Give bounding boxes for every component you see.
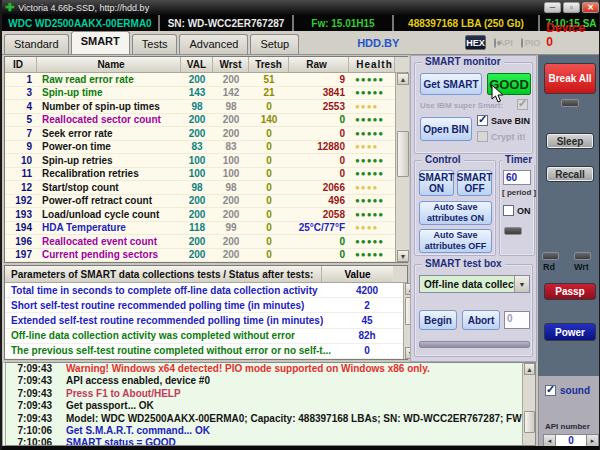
column-header-name[interactable]: Name bbox=[37, 57, 181, 72]
busy-led-indicator bbox=[561, 99, 579, 107]
sound-checkbox[interactable] bbox=[545, 385, 556, 396]
close-button[interactable]: ✕ bbox=[582, 2, 599, 13]
tab-standard[interactable]: Standard bbox=[4, 34, 69, 54]
table-row[interactable]: 196Reallocated event count20020000●●●●● bbox=[5, 235, 395, 249]
hex-button[interactable]: HEX bbox=[465, 35, 486, 50]
log-entry: 7:09:43Press F1 to About/HELP bbox=[6, 388, 522, 400]
cell-id: 5 bbox=[5, 114, 37, 125]
timer-on-toggle[interactable]: ON bbox=[503, 205, 531, 216]
column-header-raw[interactable]: Raw bbox=[289, 57, 349, 72]
table-row[interactable]: 197Current pending sectors20020000●●●●● bbox=[5, 249, 395, 263]
save-bin-checkbox[interactable] bbox=[477, 115, 488, 126]
scroll-thumb[interactable] bbox=[397, 131, 409, 177]
log-timestamp: 7:09:43 bbox=[6, 375, 52, 387]
cell-id: 7 bbox=[5, 128, 37, 139]
cell-name: HDA Temperature bbox=[37, 222, 181, 233]
api-number-label: API number bbox=[545, 422, 590, 431]
table-row[interactable]: 10Spin-up retries10010000●●●●● bbox=[5, 154, 395, 168]
info-segment: SN: WD-WCC2ER767287 bbox=[160, 15, 294, 31]
control-group: Control SMART ON SMART OFF Auto Save att… bbox=[414, 160, 496, 256]
param-value: 4200 bbox=[331, 285, 403, 296]
log-timestamp: 7:10:06 bbox=[6, 437, 52, 445]
scroll-down-icon[interactable]: ▼ bbox=[397, 250, 409, 262]
chevron-down-icon[interactable]: ▼ bbox=[514, 276, 529, 292]
begin-test-button[interactable]: Begin bbox=[419, 310, 457, 330]
cell-raw: 496 bbox=[289, 195, 349, 206]
param-value: 82h bbox=[331, 330, 403, 341]
table-row[interactable]: Off-line data collection activity was co… bbox=[5, 329, 403, 344]
tab-smart[interactable]: SMART bbox=[71, 31, 130, 54]
cell-wrst: 200 bbox=[213, 209, 249, 220]
sound-toggle[interactable]: sound bbox=[545, 385, 590, 396]
scroll-up-icon[interactable]: ▲ bbox=[524, 363, 535, 375]
column-header-id[interactable]: ID bbox=[5, 57, 37, 72]
column-header-wrst[interactable]: Wrst bbox=[213, 57, 249, 72]
column-header-health[interactable]: Health bbox=[349, 57, 395, 72]
table-row[interactable]: The previous self-test routine completed… bbox=[5, 344, 403, 359]
params-table-header: Parameters of SMART data collections tes… bbox=[5, 266, 407, 283]
cell-id: 194 bbox=[5, 222, 37, 233]
test-type-dropdown[interactable]: Off-line data collect ▼ bbox=[419, 275, 530, 293]
smart-table-scrollbar[interactable]: ▲ ▼ bbox=[395, 73, 409, 262]
cell-name: Seek error rate bbox=[37, 128, 181, 139]
smart-on-button[interactable]: SMART ON bbox=[419, 170, 454, 196]
power-button[interactable]: Power bbox=[544, 323, 596, 341]
cell-raw: 0 bbox=[289, 128, 349, 139]
cell-name: Reallocated event count bbox=[37, 236, 181, 247]
param-text: The previous self-test routine completed… bbox=[5, 345, 331, 356]
smart-monitor-group: SMART monitor Get SMART GOOD Use IBM sup… bbox=[414, 62, 533, 154]
open-bin-button[interactable]: Open BIN bbox=[420, 117, 472, 141]
table-row[interactable]: 5Reallocated sector count2002001400●●●●● bbox=[5, 114, 395, 128]
health-dots: ●●●● bbox=[349, 183, 395, 192]
log-timestamp: 7:09:43 bbox=[6, 363, 52, 375]
tab-advanced[interactable]: Advanced bbox=[179, 34, 248, 54]
log-message: API access enabled, device #0 bbox=[66, 375, 210, 387]
health-dots: ●●●● bbox=[349, 102, 395, 111]
cell-val: 100 bbox=[181, 155, 213, 166]
timer-on-checkbox[interactable] bbox=[503, 205, 514, 216]
scroll-up-icon[interactable]: ▲ bbox=[397, 73, 409, 85]
break-all-button[interactable]: Break All bbox=[544, 63, 596, 94]
table-row[interactable]: 194HDA Temperature11899025°C/77°F●●●● bbox=[5, 222, 395, 236]
table-row[interactable]: 193Load/unload cycle count20020002058●●●… bbox=[5, 208, 395, 222]
table-row[interactable]: 192Power-off retract count2002000496●●●●… bbox=[5, 195, 395, 209]
get-smart-button[interactable]: Get SMART bbox=[420, 73, 482, 95]
auto-save-off-button[interactable]: Auto Save attributes OFF bbox=[419, 229, 492, 253]
recall-button[interactable]: Recall bbox=[546, 166, 594, 182]
crypt-checkbox bbox=[477, 131, 488, 142]
scroll-thumb[interactable] bbox=[524, 411, 535, 433]
minimize-button[interactable]: ─ bbox=[544, 2, 561, 13]
tab-setup[interactable]: Setup bbox=[250, 34, 299, 54]
abort-test-button[interactable]: Abort bbox=[462, 310, 500, 330]
table-row[interactable]: 3Spin-up time143142213841●●●●● bbox=[5, 87, 395, 101]
table-row[interactable]: 11Recalibration retries10010000●●●●● bbox=[5, 168, 395, 182]
health-dots: ●●●●● bbox=[349, 129, 395, 138]
maximize-button[interactable]: ▫ bbox=[563, 2, 580, 13]
table-row[interactable]: 12Start/stop count989802066●●●● bbox=[5, 181, 395, 195]
table-row[interactable]: Extended self-test routine recommended p… bbox=[5, 313, 403, 328]
passp-button[interactable]: Passp bbox=[544, 283, 596, 300]
smart-off-button[interactable]: SMART OFF bbox=[457, 170, 492, 196]
table-row[interactable]: 1Raw read error rate200200519●●●●● bbox=[5, 73, 395, 87]
auto-save-on-button[interactable]: Auto Save attributes ON bbox=[419, 201, 492, 225]
table-row[interactable]: 7Seek error rate20020000●●●●● bbox=[5, 127, 395, 141]
table-row[interactable]: 9Power-on time8383012880●●●● bbox=[5, 141, 395, 155]
write-led-indicator bbox=[574, 252, 591, 260]
cell-raw: 2058 bbox=[289, 209, 349, 220]
table-row[interactable]: Total time in seconds to complete off-li… bbox=[5, 283, 403, 298]
rd-label: Rd bbox=[543, 262, 555, 272]
log-scrollbar[interactable]: ▲ bbox=[522, 363, 535, 445]
column-header-tresh[interactable]: Tresh bbox=[249, 57, 289, 72]
tab-tests[interactable]: Tests bbox=[132, 34, 178, 54]
column-header-val[interactable]: VAL bbox=[181, 57, 213, 72]
table-row[interactable]: 4Number of spin-up times989802553●●●● bbox=[5, 100, 395, 114]
param-value: 45 bbox=[331, 315, 403, 326]
use-ibm-checkbox bbox=[517, 99, 528, 110]
cell-raw: 2553 bbox=[289, 101, 349, 112]
save-bin-toggle[interactable]: Save BIN bbox=[477, 115, 530, 126]
cell-id: 9 bbox=[5, 141, 37, 152]
table-row[interactable]: Short self-test routine recommended poll… bbox=[5, 298, 403, 313]
app-icon: ✚ bbox=[5, 2, 14, 13]
sleep-button[interactable]: Sleep bbox=[546, 133, 594, 149]
timer-period-input[interactable]: 60 bbox=[503, 170, 531, 185]
